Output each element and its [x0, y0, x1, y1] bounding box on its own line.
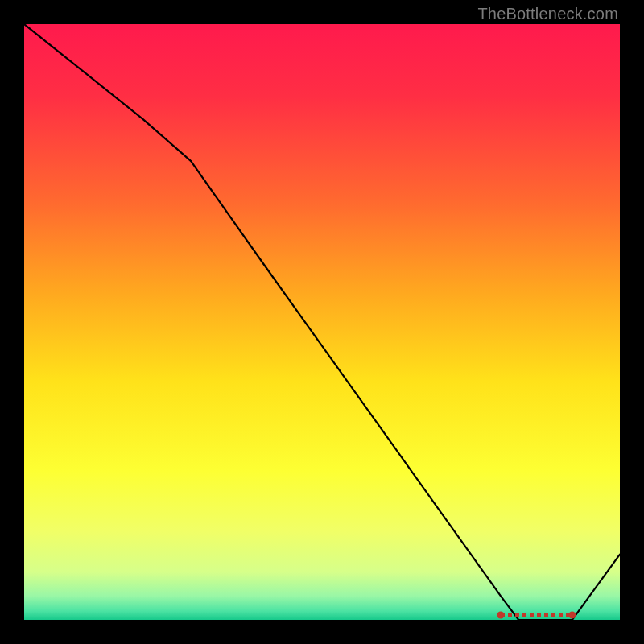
- optimal-band-endcap: [568, 612, 576, 619]
- chart-frame: [24, 24, 620, 620]
- heatmap-background: [24, 24, 620, 620]
- optimal-band-endcap: [497, 612, 505, 619]
- watermark-text: TheBottleneck.com: [477, 5, 618, 23]
- bottleneck-chart: [24, 24, 620, 620]
